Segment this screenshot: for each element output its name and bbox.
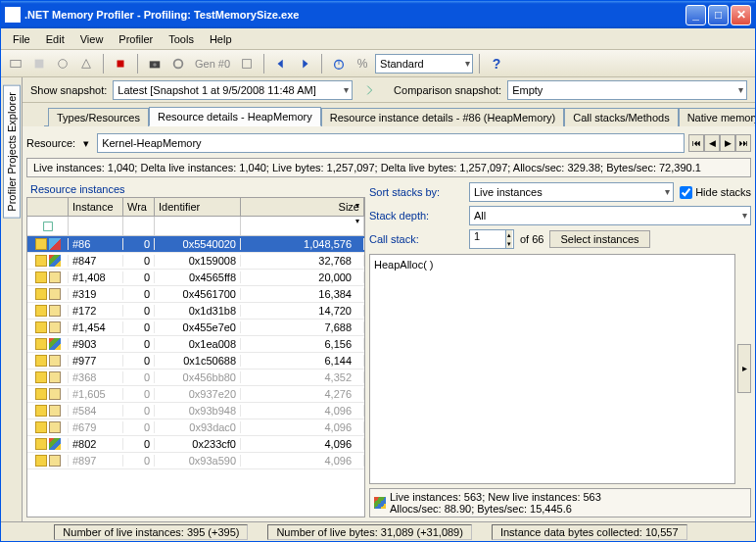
grid-header: Instance Wra Identifier Size — [27, 198, 364, 217]
show-snapshot-combo[interactable]: Latest [Snapshot 1 at 9/5/2008 11:48 AM] — [113, 80, 353, 100]
nav-next[interactable]: ▶ — [720, 134, 735, 152]
compare-snapshot-label: Comparison snapshot: — [394, 84, 501, 96]
col-instance[interactable]: Instance — [69, 198, 123, 216]
table-row[interactable]: #84700x15900832,768 — [27, 253, 364, 270]
nav-last[interactable]: ⏭ — [735, 134, 751, 152]
percent-button[interactable]: % — [352, 53, 373, 74]
tab-call-stacks-methods[interactable]: Call stacks/Methods — [564, 108, 678, 126]
back-button[interactable] — [270, 53, 292, 74]
kind-icon — [49, 305, 61, 317]
tab-native-memory[interactable]: Native memory — [679, 108, 755, 126]
gc-button[interactable] — [167, 53, 189, 74]
resource-combo[interactable]: Kernel-HeapMemory — [97, 133, 685, 153]
menu-file[interactable]: File — [5, 31, 38, 47]
toolbar-btn-3[interactable] — [52, 53, 73, 74]
kind-icon — [49, 405, 61, 417]
win-icon — [374, 497, 386, 509]
menu-view[interactable]: View — [72, 31, 112, 47]
resource-icon — [35, 455, 47, 467]
table-row[interactable]: #31900x456170016,384 — [27, 286, 364, 303]
toolbar-btn-5[interactable] — [236, 53, 258, 74]
hide-stacks-label: Hide stacks — [695, 186, 751, 198]
resource-icon — [35, 255, 47, 267]
col-wra[interactable]: Wra — [123, 198, 155, 216]
snapshot-go-button[interactable] — [358, 79, 380, 101]
svg-rect-3 — [118, 60, 124, 67]
svg-point-5 — [153, 63, 157, 67]
table-row[interactable]: #89700x93a5904,096 — [27, 453, 364, 469]
kind-icon — [49, 288, 61, 300]
table-row[interactable]: #1,60500x937e204,276 — [27, 386, 364, 403]
callstack-label: Call stack: — [369, 233, 463, 245]
panel-title: Resource instances — [26, 181, 365, 197]
sort-stacks-combo[interactable]: Live instances — [469, 182, 674, 202]
snapshot-bar: Show snapshot: Latest [Snapshot 1 at 9/5… — [23, 77, 755, 103]
maximize-button[interactable]: □ — [708, 5, 729, 25]
toolbar-btn-4[interactable] — [75, 53, 97, 74]
tab-types-resources[interactable]: Types/Resources — [48, 108, 149, 126]
layout-combo[interactable]: Standard — [375, 54, 473, 74]
table-row[interactable]: #36800x456bb804,352 — [27, 370, 364, 386]
stack-depth-combo[interactable]: All — [469, 206, 751, 225]
resource-dropdown-icon[interactable]: ▾ — [79, 132, 93, 154]
statusbar: Number of live instances: 395 (+395) Num… — [1, 521, 755, 541]
toolbar: Gen #0 % Standard ? — [1, 50, 755, 77]
app-window: .NET Memory Profiler - Profiling: TestMe… — [0, 0, 756, 542]
stats-bar: Live instances: 1,040; Delta live instan… — [26, 158, 751, 177]
resource-icon — [35, 388, 47, 400]
table-row[interactable]: #67900x93dac04,096 — [27, 419, 364, 436]
status-collected: Instance data bytes collected: 10,557 — [492, 524, 687, 540]
gen-label: Gen #0 — [191, 58, 234, 70]
side-tab-projects[interactable]: Profiler Projects Explorer — [3, 85, 21, 219]
help-button[interactable]: ? — [486, 53, 507, 74]
resource-icon — [35, 438, 47, 450]
svg-rect-7 — [243, 59, 252, 68]
kind-icon — [49, 321, 61, 333]
hide-stacks-checkbox[interactable] — [680, 186, 692, 199]
table-row[interactable]: #97700x1c506886,144 — [27, 353, 364, 370]
table-row[interactable]: #8600x55400201,048,576 — [27, 236, 364, 253]
stop-button[interactable] — [110, 53, 131, 74]
forward-button[interactable] — [294, 53, 315, 74]
menu-edit[interactable]: Edit — [38, 31, 72, 47]
table-row[interactable]: #1,40800x4565ff820,000 — [27, 270, 364, 286]
toolbar-btn-1[interactable] — [5, 53, 26, 74]
table-row[interactable]: #58400x93b9484,096 — [27, 403, 364, 419]
status-instances: Number of live instances: 395 (+395) — [54, 524, 248, 540]
select-instances-button[interactable]: Select instances — [549, 230, 649, 248]
svg-point-2 — [59, 59, 68, 68]
grid-body[interactable]: #8600x55400201,048,576#84700x15900832,76… — [27, 236, 364, 517]
callstack-spinner[interactable]: 1 — [469, 229, 514, 249]
table-row[interactable]: #17200x1d31b814,720 — [27, 303, 364, 320]
expand-button[interactable]: ▸ — [737, 344, 751, 393]
col-identifier[interactable]: Identifier — [155, 198, 241, 216]
svg-rect-1 — [35, 59, 44, 68]
minimize-button[interactable]: _ — [685, 5, 706, 25]
tab-resource-instance-details-86-heapmemory-[interactable]: Resource instance details - #86 (HeapMem… — [321, 108, 565, 126]
camera-button[interactable] — [144, 53, 165, 74]
filter-icon[interactable] — [27, 217, 69, 235]
table-row[interactable]: #1,45400x455e7e07,688 — [27, 320, 364, 336]
toolbar-btn-2[interactable] — [28, 53, 50, 74]
menu-profiler[interactable]: Profiler — [111, 31, 161, 47]
callstack-box[interactable]: HeapAlloc( ) — [369, 254, 735, 484]
callstack-content: HeapAlloc( ) — [374, 259, 434, 271]
table-row[interactable]: #80200x233cf04,096 — [27, 436, 364, 453]
resource-icon — [35, 321, 47, 333]
sort-stacks-label: Sort stacks by: — [369, 186, 463, 198]
resource-icon — [35, 238, 47, 250]
kind-icon — [49, 455, 61, 467]
resource-icon — [35, 421, 47, 433]
table-row[interactable]: #90300x1ea0086,156 — [27, 336, 364, 353]
menubar: File Edit View Profiler Tools Help — [1, 28, 755, 50]
menu-tools[interactable]: Tools — [161, 31, 202, 47]
timer-button[interactable] — [328, 53, 350, 74]
nav-first[interactable]: ⏮ — [688, 134, 704, 152]
compare-snapshot-combo[interactable]: Empty — [507, 80, 747, 100]
kind-icon — [49, 238, 61, 250]
close-button[interactable]: ✕ — [731, 5, 751, 25]
tab-resource-details-heapmemory[interactable]: Resource details - HeapMemory — [149, 107, 321, 126]
col-size[interactable]: Size — [241, 198, 364, 216]
menu-help[interactable]: Help — [202, 31, 240, 47]
nav-prev[interactable]: ◀ — [704, 134, 720, 152]
